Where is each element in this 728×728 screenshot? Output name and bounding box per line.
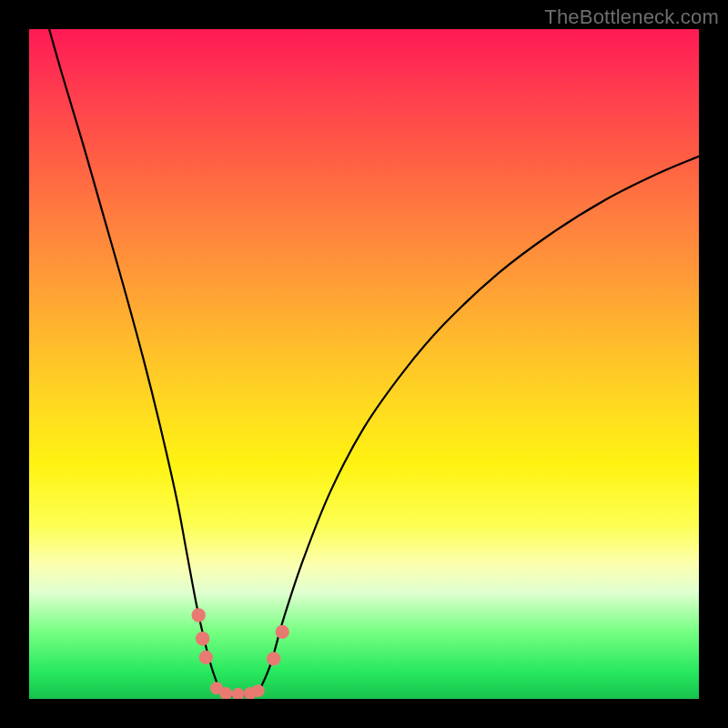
curve-layer — [29, 29, 699, 699]
curve-marker — [267, 652, 280, 665]
plot-area — [29, 29, 699, 699]
curve-left-branch — [49, 29, 222, 693]
watermark-text: TheBottleneck.com — [544, 5, 719, 29]
curve-marker — [192, 608, 206, 622]
curve-marker — [199, 651, 213, 664]
curve-marker — [252, 684, 265, 697]
curve-markers — [192, 608, 289, 699]
curve-marker — [232, 688, 245, 699]
curve-right-branch — [258, 157, 699, 693]
curve-marker — [196, 632, 209, 645]
curve-marker — [276, 625, 289, 639]
chart-frame: TheBottleneck.com — [0, 0, 728, 728]
